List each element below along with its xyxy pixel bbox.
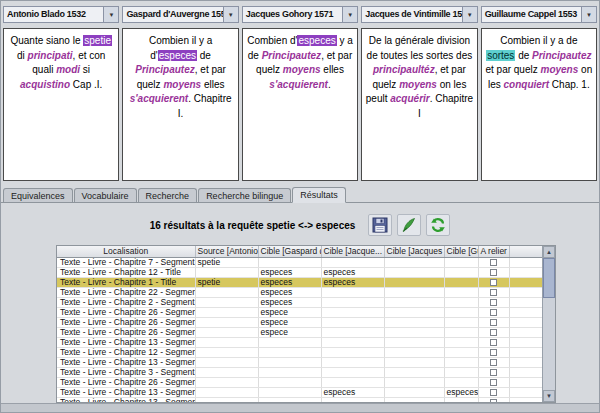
column-header[interactable]: A relier: [478, 246, 509, 257]
result-row[interactable]: Texte - Livre - Chapitre 3 - Segment 2: [57, 367, 544, 377]
term-cell: [321, 307, 384, 317]
relier-checkbox[interactable]: [490, 339, 497, 346]
edition-selector[interactable]: Guillaume Cappel 1553 ▼: [481, 6, 597, 23]
term-cell: spetie: [195, 257, 258, 267]
filler-cell: [509, 357, 544, 367]
chevron-down-icon[interactable]: ▼: [342, 7, 357, 22]
term-cell: [444, 257, 478, 267]
column-header[interactable]: Localisation: [57, 246, 195, 257]
refresh-button[interactable]: [426, 214, 450, 236]
edition-selector[interactable]: Jacques Gohory 1571 ▼: [242, 6, 358, 23]
column-header[interactable]: Cible [Gaspard d'...: [258, 246, 321, 257]
quill-button[interactable]: [397, 214, 421, 236]
edition-selector[interactable]: Antonio Blado 1532 ▼: [3, 6, 119, 23]
chevron-down-icon[interactable]: ▼: [581, 7, 596, 22]
relier-cell: [478, 277, 509, 287]
result-row[interactable]: Texte - Livre - Chapitre 2 - Segment 1es…: [57, 297, 544, 307]
parallel-editions-row: Antonio Blado 1532 ▼ Quante siano le spe…: [3, 6, 597, 184]
segment-word: Combien d': [247, 35, 297, 46]
relier-checkbox[interactable]: [490, 269, 497, 276]
column-header[interactable]: Cible [Jacque...: [321, 246, 384, 257]
relier-checkbox[interactable]: [490, 329, 497, 336]
term-highlight: principaultéz: [373, 64, 435, 75]
result-row[interactable]: Texte - Livre - Chapitre 26 - Segment 1: [57, 377, 544, 387]
term-cell: [444, 277, 478, 287]
scroll-up-icon[interactable]: ▲: [543, 246, 555, 258]
edition-column: Guillaume Cappel 1553 ▼ Combien il y a d…: [481, 6, 597, 184]
segment-word: et par quelz: [485, 64, 540, 75]
chevron-down-icon[interactable]: ▼: [223, 7, 238, 22]
segment-panel: Combien il y a de sortes de Principautez…: [481, 28, 597, 181]
term-cell: [321, 347, 384, 357]
result-row[interactable]: Texte - Livre - Chapitre 7 - Segment 12s…: [57, 257, 544, 267]
term-cell: [384, 347, 444, 357]
relier-checkbox[interactable]: [490, 299, 497, 306]
relier-checkbox[interactable]: [490, 309, 497, 316]
tab-recherche-bilingue[interactable]: Recherche bilingue: [198, 188, 291, 202]
tab-equivalences[interactable]: Equivalences: [3, 188, 73, 202]
term-cell: espece: [258, 327, 321, 337]
result-row[interactable]: Texte - Livre - Chapitre 13 - Segment 27…: [57, 387, 544, 397]
edition-column: Antonio Blado 1532 ▼ Quante siano le spe…: [3, 6, 119, 184]
column-header[interactable]: Source [Antonio ...: [195, 246, 258, 257]
localisation-cell: Texte - Livre - Chapitre 22 - Segment 4: [57, 287, 195, 297]
term-highlight: s'acquierent: [130, 93, 189, 104]
tab-résultats[interactable]: Résultats: [292, 187, 346, 203]
quill-icon: [401, 217, 417, 233]
column-header[interactable]: Cible [Gui...: [444, 246, 478, 257]
scroll-down-icon[interactable]: ▼: [543, 390, 555, 402]
term-highlight: moyens: [541, 64, 579, 75]
term-cell: [321, 367, 384, 377]
relier-checkbox[interactable]: [490, 259, 497, 266]
relier-checkbox[interactable]: [490, 349, 497, 356]
chevron-down-icon[interactable]: ▼: [103, 7, 118, 22]
result-row[interactable]: Texte - Livre - Chapitre 26 - Segment 5e…: [57, 327, 544, 337]
result-row[interactable]: Texte - Livre - Chapitre 26 - Segment 10…: [57, 317, 544, 327]
chevron-down-icon[interactable]: ▼: [462, 7, 477, 22]
term-cell: [258, 387, 321, 397]
relier-checkbox[interactable]: [490, 319, 497, 326]
result-row[interactable]: Texte - Livre - Chapitre 22 - Segment 4e…: [57, 287, 544, 297]
results-table: LocalisationSource [Antonio ...Cible [Ga…: [57, 246, 545, 403]
edition-selector-value: Gaspard d'Auvergne 1553: [123, 7, 222, 22]
term-cell: [321, 317, 384, 327]
edition-selector[interactable]: Jacques de Vintimille 1546 ▼: [361, 6, 477, 23]
term-cell: [384, 257, 444, 267]
result-row[interactable]: Texte - Livre - Chapitre 1 - Titlespetie…: [57, 277, 544, 287]
term-cell: [384, 297, 444, 307]
term-highlight: moyens: [399, 79, 437, 90]
term-cell: [444, 267, 478, 277]
localisation-cell: Texte - Livre - Chapitre 26 - Segment 1: [57, 377, 195, 387]
app-window: Antonio Blado 1532 ▼ Quante siano le spe…: [0, 0, 600, 413]
vertical-scrollbar[interactable]: ▲ ▼: [542, 246, 555, 402]
result-row[interactable]: Texte - Livre - Chapitre 12 - Titleespec…: [57, 267, 544, 277]
save-button[interactable]: [368, 214, 392, 236]
result-row[interactable]: Texte - Livre - Chapitre 12 - Segment 29: [57, 347, 544, 357]
result-row[interactable]: Texte - Livre - Chapitre 13 - Segment 3: [57, 337, 544, 347]
segment-text: Combien il y a de sortes de Principautez…: [485, 34, 593, 92]
results-panel: 16 résultats à la requête spetie <-> esp…: [1, 203, 599, 412]
term-cell: [384, 307, 444, 317]
scrollbar-thumb[interactable]: [543, 258, 555, 298]
save-icon: [372, 217, 388, 233]
relier-checkbox[interactable]: [490, 379, 497, 386]
results-toolbar: 16 résultats à la requête spetie <-> esp…: [1, 213, 599, 237]
relier-cell: [478, 387, 509, 397]
relier-checkbox[interactable]: [490, 359, 497, 366]
relier-checkbox[interactable]: [490, 389, 497, 396]
result-row[interactable]: Texte - Livre - Chapitre 13 - Segment 1: [57, 357, 544, 367]
column-header[interactable]: Cible [Jacques d...: [384, 246, 444, 257]
term-highlight: sortes: [486, 50, 515, 61]
term-cell: [384, 367, 444, 377]
edition-selector[interactable]: Gaspard d'Auvergne 1553 ▼: [122, 6, 238, 23]
result-row[interactable]: Texte - Livre - Chapitre 26 - Segment 25…: [57, 307, 544, 317]
relier-checkbox[interactable]: [490, 279, 497, 286]
term-cell: [384, 337, 444, 347]
window-footer: [1, 403, 599, 412]
term-cell: [195, 327, 258, 337]
relier-checkbox[interactable]: [490, 289, 497, 296]
tab-vocabulaire[interactable]: Vocabulaire: [74, 188, 137, 202]
relier-checkbox[interactable]: [490, 369, 497, 376]
edition-column: Gaspard d'Auvergne 1553 ▼ Combien il y a…: [122, 6, 238, 184]
tab-recherche[interactable]: Recherche: [138, 188, 198, 202]
